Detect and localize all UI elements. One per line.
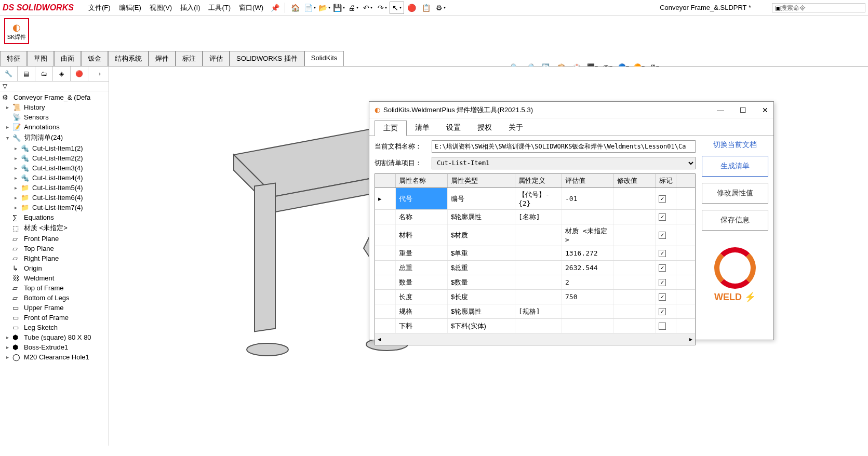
cell-mark[interactable]: ✓ bbox=[656, 210, 676, 224]
tree-item[interactable]: 📡Sensors bbox=[0, 112, 109, 122]
menu-view[interactable]: 视图(V) bbox=[145, 3, 176, 12]
home-icon[interactable]: 🏠 bbox=[288, 2, 302, 14]
tab-evaluate[interactable]: 评估 bbox=[203, 51, 230, 66]
grid-head-def[interactable]: 属性定义 bbox=[515, 174, 562, 187]
cell-eval[interactable]: 材质 <未指定> bbox=[562, 224, 614, 246]
close-icon[interactable]: ✕ bbox=[762, 106, 768, 114]
grid-row[interactable]: 规格$轮廓属性[规格]✓ bbox=[375, 304, 695, 319]
cell-name[interactable]: 名称 bbox=[396, 210, 448, 224]
cell-eval[interactable] bbox=[562, 304, 614, 318]
tree-root[interactable]: ⚙ Conveyor Frame_& (Defa bbox=[0, 92, 109, 102]
cell-mod[interactable] bbox=[614, 275, 656, 289]
grid-head-mod[interactable]: 修改值 bbox=[614, 174, 656, 187]
tab-surface[interactable]: 曲面 bbox=[54, 51, 81, 66]
row-selector[interactable] bbox=[375, 275, 396, 289]
tree-item[interactable]: ▸🔩Cut-List-Item2(2) bbox=[0, 153, 109, 163]
cell-mark[interactable]: ✓ bbox=[656, 304, 676, 318]
cell-eval[interactable] bbox=[562, 319, 614, 333]
cell-def[interactable] bbox=[515, 246, 562, 260]
filter-row[interactable]: ▽ bbox=[0, 82, 109, 91]
row-selector[interactable]: ▸ bbox=[375, 188, 396, 209]
row-selector[interactable] bbox=[375, 304, 396, 318]
tree-item[interactable]: ▭Upper Frame bbox=[0, 303, 109, 313]
cell-mark[interactable]: ✓ bbox=[656, 275, 676, 289]
row-selector[interactable] bbox=[375, 319, 396, 333]
grid-head-name[interactable]: 属性名称 bbox=[396, 174, 448, 187]
cell-name[interactable]: 代号 bbox=[396, 188, 448, 209]
grid-row[interactable]: 材料$材质材质 <未指定>✓ bbox=[375, 224, 695, 246]
tree-item[interactable]: ∑Equations bbox=[0, 212, 109, 222]
cell-name[interactable]: 规格 bbox=[396, 304, 448, 318]
grid-head-eval[interactable]: 评估值 bbox=[562, 174, 614, 187]
dialog-titlebar[interactable]: ◐ SolidKits.WeldmentPlus 焊件增强工具(R2021.5.… bbox=[369, 102, 773, 118]
cell-eval[interactable]: 2632.544 bbox=[562, 261, 614, 275]
tab-annotate[interactable]: 标注 bbox=[176, 51, 203, 66]
tree-item[interactable]: ▸🔩Cut-List-Item1(2) bbox=[0, 143, 109, 153]
tree-item[interactable]: ▸📁Cut-List-Item5(4) bbox=[0, 183, 109, 193]
sk-weldment-button[interactable]: ◐ SK焊件 bbox=[4, 18, 29, 44]
grid-row[interactable]: 总重$总重2632.544✓ bbox=[375, 261, 695, 275]
grid-head-mark[interactable]: 标记 bbox=[656, 174, 676, 187]
cell-def[interactable]: 【代号】-{2} bbox=[515, 188, 562, 209]
menu-window[interactable]: 窗口(W) bbox=[235, 3, 268, 12]
maximize-icon[interactable]: ☐ bbox=[740, 106, 746, 114]
tree-item[interactable]: ▱Front Plane bbox=[0, 234, 109, 244]
cell-mod[interactable] bbox=[614, 290, 656, 304]
cell-type[interactable]: $总重 bbox=[448, 261, 515, 275]
cell-eval[interactable]: 1316.272 bbox=[562, 246, 614, 260]
config-tab[interactable]: 🗂 bbox=[35, 66, 53, 81]
display-tab[interactable]: 🔴 bbox=[71, 66, 88, 81]
cell-name[interactable]: 总重 bbox=[396, 261, 448, 275]
tree-item[interactable]: ▸🔩Cut-List-Item3(4) bbox=[0, 163, 109, 173]
menu-insert[interactable]: 插入(I) bbox=[176, 3, 204, 12]
dim-tab[interactable]: ◈ bbox=[53, 66, 71, 81]
cell-mark[interactable]: ✓ bbox=[656, 188, 676, 209]
row-selector[interactable] bbox=[375, 246, 396, 260]
cell-name[interactable]: 材料 bbox=[396, 224, 448, 246]
rebuild-icon[interactable]: 🔴 bbox=[404, 2, 419, 14]
grid-row[interactable]: 下料$下料(实体) bbox=[375, 319, 695, 333]
grid-row[interactable]: 名称$轮廓属性[名称]✓ bbox=[375, 210, 695, 224]
tab-weldment[interactable]: 焊件 bbox=[149, 51, 176, 66]
tab-addins[interactable]: SOLIDWORKS 插件 bbox=[230, 51, 304, 66]
options-icon[interactable]: ⚙▾ bbox=[433, 2, 448, 14]
tab-structure[interactable]: 结构系统 bbox=[108, 51, 149, 66]
grid-row[interactable]: ▸代号编号【代号】-{2}-01✓ bbox=[375, 188, 695, 210]
save-icon[interactable]: 💾▾ bbox=[331, 2, 346, 14]
cell-type[interactable]: 编号 bbox=[448, 188, 515, 209]
cell-name[interactable]: 长度 bbox=[396, 290, 448, 304]
tab-sketch[interactable]: 草图 bbox=[27, 51, 54, 66]
tree-item[interactable]: ⛓Weldment bbox=[0, 273, 109, 283]
search-input[interactable] bbox=[781, 4, 853, 11]
tab-solidkits[interactable]: SolidKits bbox=[304, 51, 344, 66]
undo-icon[interactable]: ↶▾ bbox=[360, 2, 375, 14]
menu-edit[interactable]: 编辑(E) bbox=[115, 3, 145, 12]
row-selector[interactable] bbox=[375, 210, 396, 224]
cell-mod[interactable] bbox=[614, 319, 656, 333]
tree-item[interactable]: ▱Top of Frame bbox=[0, 283, 109, 293]
cell-def[interactable] bbox=[515, 275, 562, 289]
tree-item[interactable]: ▸📝Annotations bbox=[0, 122, 109, 132]
cell-def[interactable] bbox=[515, 261, 562, 275]
modify-prop-button[interactable]: 修改属性值 bbox=[702, 183, 768, 204]
tab-features[interactable]: 特征 bbox=[0, 51, 27, 66]
cell-type[interactable]: $数量 bbox=[448, 275, 515, 289]
row-selector[interactable] bbox=[375, 261, 396, 275]
tree-item[interactable]: ▱Right Plane bbox=[0, 253, 109, 263]
tree-item[interactable]: ▱Bottom of Legs bbox=[0, 293, 109, 303]
pin-icon[interactable]: 📌 bbox=[268, 2, 282, 14]
grid-row[interactable]: 重量$单重1316.272✓ bbox=[375, 246, 695, 261]
tree-item[interactable]: ▭Front of Frame bbox=[0, 313, 109, 323]
cell-eval[interactable]: -01 bbox=[562, 188, 614, 209]
generate-list-button[interactable]: 生成清单 bbox=[702, 156, 768, 177]
cell-type[interactable]: $下料(实体) bbox=[448, 319, 515, 333]
menu-file[interactable]: 文件(F) bbox=[84, 3, 115, 12]
tree-item[interactable]: ▸📁Cut-List-Item6(4) bbox=[0, 193, 109, 203]
cell-mark[interactable]: ✓ bbox=[656, 290, 676, 304]
tree-item[interactable]: ↳Origin bbox=[0, 263, 109, 273]
tree-item[interactable]: ▸📜History bbox=[0, 102, 109, 112]
tree-item[interactable]: ▭Leg Sketch bbox=[0, 323, 109, 332]
cell-def[interactable] bbox=[515, 319, 562, 333]
cell-mod[interactable] bbox=[614, 261, 656, 275]
dlg-tab-about[interactable]: 关于 bbox=[500, 120, 531, 136]
